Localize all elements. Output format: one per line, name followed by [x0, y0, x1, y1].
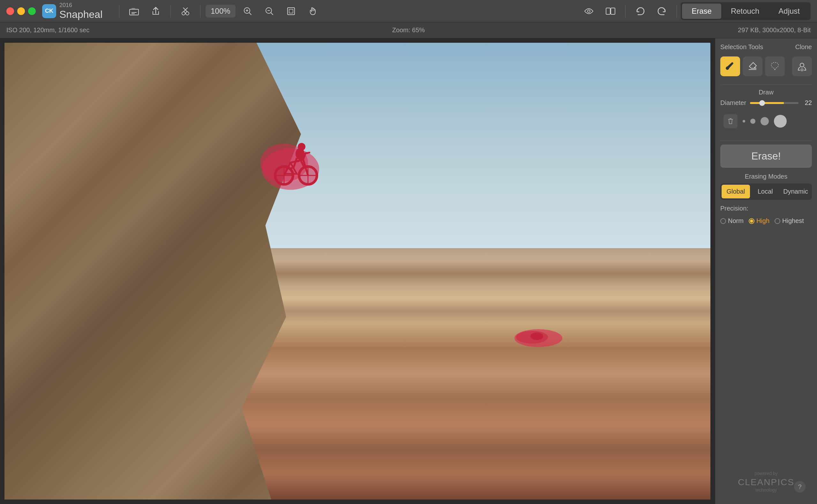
right-panel: Selection Tools Clone	[715, 38, 817, 504]
svg-rect-8	[606, 8, 610, 14]
cut-button[interactable]	[176, 3, 195, 19]
infobar: ISO 200, 120mm, 1/1600 sec Zoom: 65% 297…	[0, 22, 817, 38]
precision-highest[interactable]: Highest	[775, 217, 804, 225]
selection-tools-row	[720, 56, 812, 76]
selection-tools-label: Selection Tools	[720, 43, 763, 51]
draw-label: Draw	[720, 89, 812, 96]
diameter-slider[interactable]	[750, 102, 798, 104]
brush-size-small[interactable]	[743, 120, 745, 122]
toolbar-separator-4	[625, 5, 626, 18]
zoom-in-button[interactable]	[238, 3, 257, 19]
svg-rect-25	[801, 69, 803, 71]
traffic-lights	[6, 7, 36, 15]
brush-tool-button[interactable]	[720, 56, 740, 76]
svg-point-19	[298, 143, 305, 151]
precision-high[interactable]: High	[749, 217, 769, 225]
share-button[interactable]	[146, 3, 165, 19]
help-button[interactable]: ?	[794, 481, 806, 493]
clone-label: Clone	[795, 43, 812, 51]
tab-group: Erase Retouch Adjust	[681, 2, 811, 20]
main-content: Selection Tools Clone	[0, 38, 817, 504]
diameter-row: Diameter 22	[720, 99, 812, 107]
app-title-block: 2016 Snapheal	[59, 2, 102, 20]
svg-point-24	[800, 63, 804, 67]
photo-background	[4, 43, 710, 500]
delete-selection-button[interactable]	[724, 114, 738, 128]
mode-global[interactable]: Global	[722, 185, 750, 198]
precision-row: Precision: Norm High Highest	[720, 205, 812, 225]
brush-size-xlarge[interactable]	[774, 115, 787, 128]
erasing-modes-group: Global Local Dynamic	[720, 183, 812, 200]
diameter-label: Diameter	[720, 99, 746, 107]
selection-small	[513, 326, 564, 348]
brush-size-large[interactable]	[761, 117, 769, 125]
erase-button[interactable]: Erase!	[720, 145, 812, 168]
cleanpics-powered: powered by	[720, 471, 812, 476]
photo-container	[4, 43, 710, 500]
divider-2	[720, 140, 812, 141]
tab-adjust[interactable]: Adjust	[769, 4, 809, 19]
toolbar-separator-3	[200, 5, 200, 18]
minimize-button[interactable]	[17, 7, 25, 15]
file-info: 297 KB, 3000x2000, 8-Bit	[543, 26, 811, 34]
maximize-button[interactable]	[28, 7, 36, 15]
lasso-tool-button[interactable]	[765, 56, 785, 76]
eraser-tool-button[interactable]	[743, 56, 762, 76]
precision-options: Norm High Highest	[720, 217, 804, 225]
compare-button[interactable]	[601, 3, 620, 19]
svg-point-2	[186, 12, 189, 15]
zoom-out-button[interactable]	[260, 3, 279, 19]
divider-1	[720, 85, 812, 85]
app-icon: CK	[42, 4, 56, 18]
tab-retouch[interactable]: Retouch	[721, 4, 769, 19]
toolbar-separator-5	[677, 5, 677, 18]
mode-local[interactable]: Local	[751, 185, 780, 198]
exif-info: ISO 200, 120mm, 1/1600 sec	[6, 26, 274, 34]
svg-rect-5	[287, 8, 294, 15]
app-year: 2016	[59, 2, 102, 9]
tab-erase[interactable]: Erase	[682, 4, 721, 19]
precision-label: Precision:	[720, 205, 748, 212]
erasing-modes-label: Erasing Modes	[720, 173, 812, 180]
precision-norm[interactable]: Norm	[720, 217, 744, 225]
fit-button[interactable]	[281, 3, 301, 19]
zoom-info: Zoom: 65%	[274, 26, 543, 34]
titlebar: CK 2016 Snapheal 100%	[0, 0, 817, 22]
undo-button[interactable]	[631, 3, 650, 19]
close-button[interactable]	[6, 7, 14, 15]
brush-size-medium[interactable]	[750, 119, 755, 124]
svg-point-22	[531, 332, 543, 340]
app-name: Snapheal	[59, 9, 102, 20]
zoom-display: 100%	[205, 5, 235, 18]
canvas-area[interactable]	[0, 38, 715, 504]
diameter-value: 22	[802, 99, 812, 107]
toolbar-separator-2	[170, 5, 171, 18]
svg-point-1	[182, 12, 185, 15]
open-button[interactable]	[124, 3, 144, 19]
mode-dynamic[interactable]: Dynamic	[781, 185, 811, 198]
clone-stamp-button[interactable]	[792, 56, 812, 76]
svg-rect-9	[611, 8, 615, 14]
precision-norm-radio[interactable]	[720, 218, 726, 224]
svg-rect-6	[289, 9, 293, 13]
tools-clone-header: Selection Tools Clone	[720, 43, 812, 55]
hand-tool-button[interactable]	[303, 3, 322, 19]
brush-sizes-row	[720, 111, 812, 131]
precision-high-radio[interactable]	[749, 218, 754, 224]
precision-highest-radio[interactable]	[775, 218, 780, 224]
toolbar-separator-1	[119, 5, 119, 18]
redo-button[interactable]	[652, 3, 672, 19]
selection-biker	[258, 134, 322, 191]
eye-button[interactable]	[579, 3, 598, 19]
svg-point-7	[588, 10, 590, 12]
